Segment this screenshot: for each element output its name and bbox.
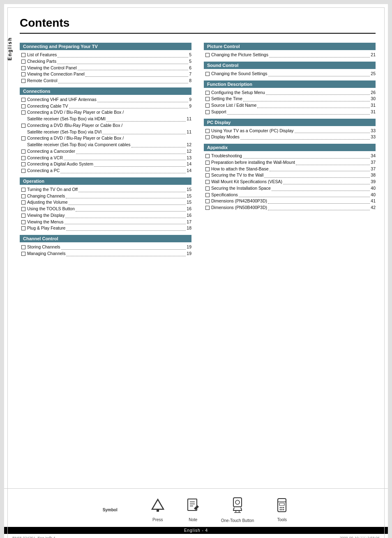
toc-fill bbox=[102, 134, 186, 134]
toc-fill bbox=[283, 184, 370, 184]
right-column: Picture Control Changing the Picture Set… bbox=[204, 42, 376, 260]
toc-entry: Satellite receiver (Set-Top Box) via HDM… bbox=[27, 116, 191, 122]
toc-label: Satellite receiver (Set-Top Box) via DVI bbox=[27, 129, 101, 136]
toc-item: Changing Channels 15 bbox=[20, 193, 191, 200]
toc-fill bbox=[295, 133, 370, 133]
toc-label: Securing the Installation Space bbox=[211, 185, 271, 192]
toc-label: Using the TOOLS Button bbox=[27, 206, 75, 212]
toc-fill bbox=[78, 70, 189, 70]
toc-item: Source List / Edit Name 31 bbox=[204, 102, 376, 109]
toc-entry: Specifications 40 bbox=[211, 192, 376, 198]
toc-bullet bbox=[205, 180, 210, 184]
toc-fill bbox=[243, 158, 370, 159]
toc-label: Satellite receiver (Set-Top Box) via Com… bbox=[27, 142, 131, 148]
toc-bullet bbox=[21, 60, 25, 64]
toc-entry: Turning the TV On and Off 15 bbox=[27, 186, 191, 193]
toc-num: 25 bbox=[371, 71, 376, 77]
toc-list: Configuring the Setup Menu 26 Setting th… bbox=[204, 90, 376, 115]
toc-num: 40 bbox=[371, 192, 376, 198]
toc-item: Using Your TV as a Computer (PC) Display… bbox=[204, 128, 376, 134]
side-label-text: English bbox=[7, 37, 13, 60]
toc-fill bbox=[76, 154, 186, 154]
toc-bullet bbox=[205, 161, 210, 165]
toc-label: Turning the TV On and Off bbox=[27, 186, 78, 193]
toc-label: Securing the TV to the Wall bbox=[211, 172, 263, 179]
toc-bullet bbox=[21, 245, 25, 249]
toc-fill bbox=[76, 211, 186, 212]
section-header: Connections bbox=[20, 87, 191, 95]
toc-num: 15 bbox=[187, 186, 191, 193]
toc-label: Storing Channels bbox=[27, 244, 60, 251]
svg-point-14 bbox=[280, 507, 281, 508]
toc-item: Plug & Play Feature 18 bbox=[20, 225, 191, 232]
toc-list: Changing the Picture Settings 21 bbox=[204, 52, 376, 58]
svg-point-15 bbox=[281, 507, 283, 508]
toc-entry: Wall Mount Kit Specifications (VESA) 39 bbox=[211, 179, 376, 185]
toc-fill bbox=[66, 230, 186, 231]
toc-entry: Securing the TV to the Wall 38 bbox=[211, 172, 376, 179]
toc-bullet bbox=[21, 98, 25, 102]
toc-num: 15 bbox=[187, 199, 191, 206]
toc-num: 5 bbox=[189, 58, 191, 65]
symbol-press: Press bbox=[150, 498, 165, 522]
toc-item: Connecting a PC 14 bbox=[20, 168, 191, 174]
toc-label: Wall Mount Kit Specifications (VESA) bbox=[211, 179, 282, 185]
svg-rect-6 bbox=[233, 498, 242, 507]
toc-entry: Connecting Cable TV 9 bbox=[27, 103, 191, 110]
toc-item: Setting the Time 30 bbox=[204, 96, 376, 102]
toc-bullet bbox=[205, 167, 210, 171]
toc-entry: Storing Channels 19 bbox=[27, 244, 191, 251]
toc-label: Changing the Picture Settings bbox=[211, 52, 268, 58]
toc-num: 11 bbox=[187, 116, 191, 122]
toc-item: Satellite receiver (Set-Top Box) via DVI… bbox=[20, 129, 191, 136]
press-label: Press bbox=[152, 517, 163, 522]
page: English Contents Connecting and Preparin… bbox=[4, 4, 388, 538]
toc-item: Connecting VHF and UHF Antennas 9 bbox=[20, 97, 191, 103]
toc-entry: List of Features 5 bbox=[27, 52, 191, 58]
toc-item: Viewing the Menus 17 bbox=[20, 219, 191, 225]
toc-fill bbox=[257, 108, 370, 108]
toc-num: 37 bbox=[371, 159, 376, 166]
toc-num: 9 bbox=[189, 103, 191, 110]
toc-item: Viewing the Connection Panel 7 bbox=[20, 71, 191, 78]
toc-entry: How to attach the Stand-Base 37 bbox=[211, 166, 376, 172]
toc-bullet bbox=[205, 199, 210, 203]
svg-point-18 bbox=[281, 509, 283, 510]
toc-entry: Using the TOOLS Button 16 bbox=[27, 206, 191, 212]
one-touch-icon bbox=[230, 497, 245, 515]
toc-item: Storing Channels 19 bbox=[20, 244, 191, 251]
toc-label: Configuring the Setup Menu bbox=[211, 90, 265, 96]
toc-item: Satellite receiver (Set-Top Box) via Com… bbox=[20, 142, 191, 148]
toc-num: 37 bbox=[371, 166, 376, 172]
toc-item: Securing the Installation Space 40 bbox=[204, 185, 376, 192]
toc-item: Display Modes 33 bbox=[204, 134, 376, 140]
toc-entry: Connecting VHF and UHF Antennas 9 bbox=[27, 97, 191, 103]
toc-entry: Changing Channels 15 bbox=[27, 193, 191, 200]
toc-fill bbox=[65, 218, 186, 218]
toc-label: Satellite receiver (Set-Top Box) via HDM… bbox=[27, 116, 106, 122]
symbol-category-label: Symbol bbox=[103, 508, 118, 512]
toc-entry: Changing the Sound Settings 25 bbox=[211, 71, 376, 77]
toc-bullet bbox=[21, 156, 25, 160]
toc-num: 42 bbox=[371, 205, 376, 211]
toc-entry: Dimensions (PN42B400P3D) 41 bbox=[211, 198, 376, 205]
toc-bullet bbox=[205, 91, 210, 95]
toc-bullet bbox=[21, 79, 25, 83]
toc-entry: Checking Parts 5 bbox=[27, 58, 191, 65]
section-header: Operation bbox=[20, 177, 191, 185]
toc-bullet bbox=[21, 169, 25, 173]
toc-fill bbox=[69, 108, 189, 108]
toc-num: 34 bbox=[371, 153, 376, 159]
one-touch-label: One-Touch Button bbox=[221, 518, 254, 523]
toc-label: Viewing the Control Panel bbox=[27, 65, 77, 71]
toc-label: How to attach the Stand-Base bbox=[211, 166, 269, 172]
toc-num: 7 bbox=[189, 71, 191, 78]
section-header: Connecting and Preparing Your TV bbox=[20, 43, 191, 50]
toc-entry: Source List / Edit Name 31 bbox=[211, 102, 376, 109]
toc-bullet bbox=[21, 220, 25, 224]
toc-fill bbox=[60, 173, 186, 173]
toc-label: Using Your TV as a Computer (PC) Display bbox=[211, 128, 294, 134]
toc-list: List of Features 5 Checking Parts 5 View… bbox=[20, 52, 191, 84]
toc-num: 17 bbox=[187, 219, 191, 225]
toc-item: Using the TOOLS Button 16 bbox=[20, 206, 191, 212]
